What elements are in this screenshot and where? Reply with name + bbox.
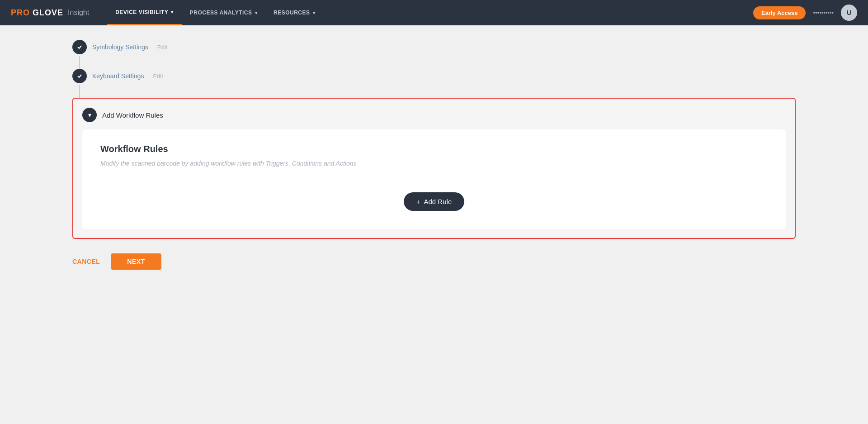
nav-item-resources[interactable]: RESOURCES ▾ xyxy=(265,0,323,25)
user-name: •••••••••• xyxy=(813,10,834,16)
workflow-card-description: Modify the scanned barcode by adding wor… xyxy=(100,160,768,167)
workflow-section-header: ▾ Add Workflow Rules xyxy=(82,108,786,122)
plus-icon: + xyxy=(416,198,420,205)
add-rule-label: Add Rule xyxy=(424,198,452,205)
navbar: PROGLOVE Insight DEVICE VISIBILITY ▾ PRO… xyxy=(0,0,868,25)
brand-pro: PRO xyxy=(11,8,30,18)
step-keyboard-edit[interactable]: Edit xyxy=(153,73,163,80)
chevron-down-icon: ▾ xyxy=(171,10,174,14)
nav-item-device-visibility[interactable]: DEVICE VISIBILITY ▾ xyxy=(107,0,182,25)
step-keyboard: Keyboard Settings Edit xyxy=(72,69,796,83)
avatar[interactable]: U xyxy=(841,5,857,21)
nav-item-process-analytics[interactable]: PROCESS ANALYTICS ▾ xyxy=(182,0,265,25)
brand-logo[interactable]: PROGLOVE Insight xyxy=(11,8,89,18)
chevron-down-icon: ▾ xyxy=(88,111,91,119)
step-keyboard-circle[interactable] xyxy=(72,69,87,83)
workflow-card-title: Workflow Rules xyxy=(100,144,768,154)
step-symbology-edit[interactable]: Edit xyxy=(157,44,167,51)
chevron-down-icon: ▾ xyxy=(255,10,258,15)
step-symbology-circle[interactable] xyxy=(72,40,87,54)
add-rule-button[interactable]: + Add Rule xyxy=(404,192,464,211)
main-content: Symbology Settings Edit Keyboard Setting… xyxy=(0,25,868,424)
step-keyboard-label: Keyboard Settings xyxy=(92,72,144,80)
nav-right: Early Access •••••••••• U xyxy=(753,5,857,21)
step-symbology: Symbology Settings Edit xyxy=(72,40,796,54)
workflow-section-title: Add Workflow Rules xyxy=(102,111,163,119)
footer-actions: CANCEL NEXT xyxy=(72,253,796,270)
nav-links: DEVICE VISIBILITY ▾ PROCESS ANALYTICS ▾ … xyxy=(107,0,753,25)
nav-item-device-visibility-label: DEVICE VISIBILITY xyxy=(115,9,168,15)
nav-item-process-analytics-label: PROCESS ANALYTICS xyxy=(190,10,252,16)
nav-item-resources-label: RESOURCES xyxy=(274,10,310,16)
workflow-toggle-button[interactable]: ▾ xyxy=(82,108,97,122)
step-symbology-label: Symbology Settings xyxy=(92,43,148,51)
next-button[interactable]: NEXT xyxy=(111,253,161,270)
cancel-button[interactable]: CANCEL xyxy=(72,258,100,265)
workflow-card: Workflow Rules Modify the scanned barcod… xyxy=(82,129,786,229)
brand-glove: GLOVE xyxy=(33,8,63,18)
workflow-section: ▾ Add Workflow Rules Workflow Rules Modi… xyxy=(72,98,796,239)
early-access-button[interactable]: Early Access xyxy=(753,6,806,19)
chevron-down-icon: ▾ xyxy=(313,10,316,15)
brand-insight: Insight xyxy=(68,9,89,17)
